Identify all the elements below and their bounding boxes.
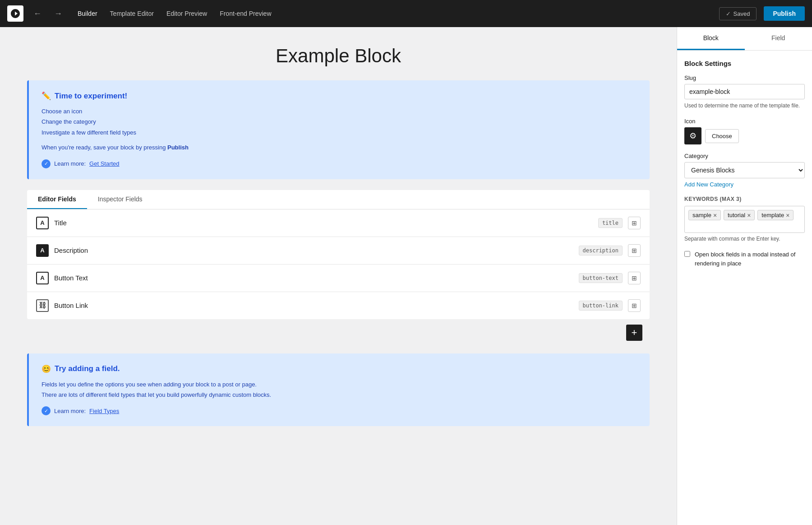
info-box-body: Choose an icon Change the category Inves…: [42, 106, 637, 153]
sidebar-tab-field[interactable]: Field: [745, 27, 812, 50]
icon-group: Icon ⚙ Choose: [684, 118, 805, 144]
fields-tabs: Editor Fields Inspector Fields: [27, 190, 650, 209]
nav-item-frontend-preview[interactable]: Front-end Preview: [214, 7, 277, 20]
nav-item-editor-preview[interactable]: Editor Preview: [161, 7, 212, 20]
keywords-container: sample × tutorial × template ×: [684, 206, 805, 233]
category-group: Category Genesis Blocks Common Formattin…: [684, 153, 805, 188]
fields-container: A Title title ⊞ A Description descriptio…: [27, 209, 650, 319]
table-row: A Title title ⊞: [27, 209, 650, 237]
description-field-action[interactable]: ⊞: [628, 244, 641, 257]
button-link-field-action[interactable]: ⊞: [628, 299, 641, 312]
field-slug-button-link: button-link: [579, 301, 623, 311]
check-circle-icon-2: ✓: [42, 406, 51, 415]
wp-logo: [7, 5, 23, 22]
modal-checkbox[interactable]: [684, 251, 690, 257]
slug-input[interactable]: [684, 84, 805, 99]
intro-info-box: ✏️ Time to experiment! Choose an icon Ch…: [27, 80, 650, 179]
icon-preview: ⚙: [684, 127, 701, 144]
modal-checkbox-row: Open block fields in a modal instead of …: [684, 250, 805, 268]
table-row: A Description description ⊞: [27, 237, 650, 265]
keyword-tag-tutorial: tutorial ×: [724, 210, 755, 220]
button-link-field-icon: ⛓: [36, 299, 49, 312]
slug-group: Slug Used to determine the name of the t…: [684, 74, 805, 110]
description-field-icon: A: [36, 244, 49, 257]
info-box-title: ✏️ Time to experiment!: [42, 91, 637, 101]
icon-label: Icon: [684, 118, 805, 125]
get-started-link[interactable]: Get Started: [89, 160, 119, 167]
field-types-link[interactable]: Field Types: [89, 408, 119, 414]
modal-checkbox-label: Open block fields in a modal instead of …: [695, 250, 805, 268]
sidebar: Block Field Block Settings Slug Used to …: [677, 27, 812, 525]
smiley-icon: 😊: [42, 364, 51, 374]
icon-selector: ⚙ Choose: [684, 127, 805, 144]
button-text-field-action[interactable]: ⊞: [628, 272, 641, 284]
forward-button[interactable]: →: [51, 7, 65, 20]
try-add-field-box: 😊 Try adding a field. Fields let you def…: [27, 353, 650, 427]
sidebar-body: Block Settings Slug Used to determine th…: [677, 51, 812, 277]
sidebar-tabs: Block Field: [677, 27, 812, 51]
field-name-button-text: Button Text: [54, 274, 573, 282]
field-name-title: Title: [54, 219, 593, 227]
slug-helper: Used to determine the name of the templa…: [684, 102, 805, 110]
remove-keyword-tutorial[interactable]: ×: [747, 212, 751, 218]
keyword-tag-template: template ×: [757, 210, 794, 220]
layout: Example Block ✏️ Time to experiment! Cho…: [0, 27, 812, 525]
check-circle-icon: ✓: [42, 159, 51, 168]
sidebar-tab-block[interactable]: Block: [677, 27, 745, 50]
keywords-title: KEYWORDS (MAX 3): [684, 196, 805, 202]
keywords-help: Separate with commas or the Enter key.: [684, 236, 805, 242]
field-name-description: Description: [54, 246, 573, 254]
button-text-field-icon: A: [36, 272, 49, 284]
main-content: Example Block ✏️ Time to experiment! Cho…: [0, 27, 677, 525]
category-select[interactable]: Genesis Blocks Common Formatting Layout …: [684, 162, 805, 178]
field-slug-description: description: [579, 246, 623, 256]
category-label: Category: [684, 153, 805, 159]
page-title: Example Block: [27, 45, 650, 67]
table-row: A Button Text button-text ⊞: [27, 265, 650, 292]
field-slug-button-text: button-text: [579, 273, 623, 283]
remove-keyword-template[interactable]: ×: [786, 212, 789, 218]
try-box-footer: ✓ Learn more: Field Types: [42, 406, 637, 415]
title-field-icon: A: [36, 217, 49, 229]
checkmark-icon: ✓: [726, 10, 731, 17]
field-slug-title: title: [598, 218, 623, 228]
tab-editor-fields[interactable]: Editor Fields: [27, 190, 87, 209]
top-navigation: ← → Builder Template Editor Editor Previ…: [0, 0, 812, 27]
nav-items: Builder Template Editor Editor Preview F…: [72, 7, 277, 20]
add-category-link[interactable]: Add New Category: [684, 181, 734, 188]
add-field-row: +: [27, 319, 650, 346]
settings-title: Block Settings: [684, 60, 805, 67]
title-field-action[interactable]: ⊞: [628, 217, 641, 229]
field-name-button-link: Button Link: [54, 302, 573, 309]
info-box-footer: ✓ Learn more: Get Started: [42, 159, 637, 168]
keyword-tag-sample: sample ×: [688, 210, 721, 220]
table-row: ⛓ Button Link button-link ⊞: [27, 292, 650, 319]
back-button[interactable]: ←: [31, 7, 44, 20]
pencil-icon: ✏️: [42, 91, 51, 101]
tab-inspector-fields[interactable]: Inspector Fields: [87, 190, 153, 209]
slug-label: Slug: [684, 74, 805, 81]
remove-keyword-sample[interactable]: ×: [713, 212, 717, 218]
choose-icon-button[interactable]: Choose: [705, 129, 739, 143]
keywords-group: KEYWORDS (MAX 3) sample × tutorial × tem…: [684, 196, 805, 242]
try-box-title: 😊 Try adding a field.: [42, 364, 637, 374]
nav-item-builder[interactable]: Builder: [72, 7, 103, 20]
nav-item-template-editor[interactable]: Template Editor: [105, 7, 159, 20]
saved-label: Saved: [734, 10, 750, 17]
publish-button[interactable]: Publish: [764, 6, 805, 21]
add-field-button[interactable]: +: [626, 325, 642, 341]
try-box-body: Fields let you define the options you se…: [42, 379, 637, 400]
saved-button: ✓ Saved: [719, 7, 757, 20]
